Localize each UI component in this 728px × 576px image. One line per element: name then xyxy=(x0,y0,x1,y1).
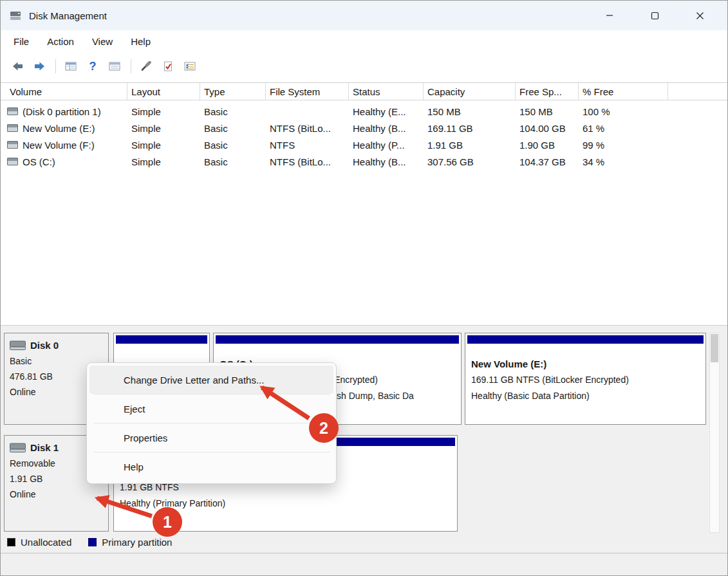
toolbar-separator xyxy=(131,59,131,73)
disk-icon xyxy=(10,340,26,351)
volume-capacity: 307.56 GB xyxy=(424,156,516,167)
volume-icon xyxy=(7,124,18,132)
disk-management-window: Disk Management File Action View Help xyxy=(0,0,728,576)
check-report-button[interactable] xyxy=(158,57,178,75)
legend-item-primary-partition: Primary partition xyxy=(88,537,172,548)
primary-partition-swatch-icon xyxy=(88,538,97,546)
partition-color-bar xyxy=(116,335,207,344)
status-strip xyxy=(1,553,728,576)
volume-free-space: 150 MB xyxy=(516,106,579,117)
minimize-icon xyxy=(606,12,613,19)
unallocated-swatch-icon xyxy=(7,538,15,546)
show-action-pane-button[interactable] xyxy=(104,57,125,75)
minimize-button[interactable] xyxy=(587,1,632,30)
task-list-icon xyxy=(184,61,196,71)
column-header-free-space[interactable]: Free Sp... xyxy=(516,83,579,100)
volume-pct-free: 99 % xyxy=(579,140,668,151)
close-icon xyxy=(696,12,704,20)
window-title: Disk Management xyxy=(29,10,107,21)
show-console-tree-button[interactable] xyxy=(61,57,81,75)
help-icon: ? xyxy=(89,60,97,73)
menu-item-properties[interactable]: Properties xyxy=(87,423,336,452)
volume-type: Basic xyxy=(200,123,266,134)
volume-free-space: 1.90 GB xyxy=(516,140,579,151)
back-icon xyxy=(12,61,24,71)
volume-icon xyxy=(7,107,18,115)
volume-status: Healthy (P... xyxy=(349,140,424,151)
tools-button[interactable] xyxy=(136,57,156,75)
maximize-icon xyxy=(651,12,659,20)
task-list-button[interactable] xyxy=(180,57,200,75)
partition-line2: Healthy (Primary Partition) xyxy=(120,498,225,508)
menu-file[interactable]: File xyxy=(5,30,38,53)
menubar: File Action View Help xyxy=(1,30,727,53)
menu-item-change-drive-letter[interactable]: Change Drive Letter and Paths... xyxy=(89,366,333,394)
volume-free-space: 104.37 GB xyxy=(516,156,579,167)
volume-name: New Volume (F:) xyxy=(23,140,95,151)
column-header-file-system[interactable]: File System xyxy=(266,83,349,100)
partition-line1: 169.11 GB NTFS (BitLocker Encrypted) xyxy=(471,372,700,388)
table-row[interactable]: New Volume (E:) Simple Basic NTFS (BitLo… xyxy=(1,120,728,136)
legend-label: Primary partition xyxy=(102,537,172,548)
console-tree-icon xyxy=(65,61,77,71)
volume-file-system: NTFS xyxy=(266,140,349,151)
action-pane-icon xyxy=(109,61,120,71)
toolbar-separator xyxy=(55,59,56,73)
volume-layout: Simple xyxy=(127,123,200,134)
volume-type: Basic xyxy=(200,156,266,167)
column-header-volume[interactable]: Volume xyxy=(1,83,127,100)
volume-layout: Simple xyxy=(127,106,200,117)
volume-file-system: NTFS (BitLo... xyxy=(266,123,349,134)
column-header-type[interactable]: Type xyxy=(200,83,266,100)
volume-layout: Simple xyxy=(127,140,200,151)
menu-item-eject[interactable]: Eject xyxy=(87,395,336,423)
volume-status: Healthy (E... xyxy=(349,106,424,117)
column-header-capacity[interactable]: Capacity xyxy=(424,83,516,100)
partition-line2: Healthy (Basic Data Partition) xyxy=(471,388,700,404)
back-button[interactable] xyxy=(7,57,28,75)
column-header-filler xyxy=(668,83,728,100)
menu-action[interactable]: Action xyxy=(38,30,83,53)
menu-view[interactable]: View xyxy=(83,30,122,53)
volume-name: New Volume (E:) xyxy=(23,123,95,134)
volume-capacity: 150 MB xyxy=(424,106,516,117)
table-row[interactable]: OS (C:) Simple Basic NTFS (BitLo... Heal… xyxy=(1,153,728,170)
help-button[interactable]: ? xyxy=(82,57,103,75)
volume-icon xyxy=(7,158,18,165)
volume-rows: (Disk 0 partition 1) Simple Basic Health… xyxy=(1,100,728,170)
titlebar: Disk Management xyxy=(1,1,727,30)
legend-item-unallocated: Unallocated xyxy=(7,537,71,548)
volume-status: Healthy (B... xyxy=(349,156,424,167)
disk-name: Disk 0 xyxy=(30,340,59,351)
table-row[interactable]: New Volume (F:) Simple Basic NTFS Health… xyxy=(1,136,728,153)
volume-name: OS (C:) xyxy=(23,156,55,167)
volume-type: Basic xyxy=(200,140,266,151)
maximize-button[interactable] xyxy=(632,1,677,30)
check-document-icon xyxy=(163,61,173,71)
forward-button[interactable] xyxy=(29,57,50,75)
volume-icon xyxy=(7,141,18,149)
close-button[interactable] xyxy=(677,1,722,30)
volume-capacity: 1.91 GB xyxy=(424,140,516,151)
column-header-layout[interactable]: Layout xyxy=(127,83,200,100)
volume-pct-free: 34 % xyxy=(579,156,668,167)
toolbar: ? xyxy=(1,53,727,79)
scrollbar-thumb[interactable] xyxy=(711,334,718,362)
menu-item-help[interactable]: Help xyxy=(87,452,336,481)
volume-file-system: NTFS (BitLo... xyxy=(266,156,349,167)
column-header-status[interactable]: Status xyxy=(349,83,424,100)
volume-pct-free: 100 % xyxy=(579,106,668,117)
vertical-scrollbar[interactable] xyxy=(709,333,720,533)
partition-new-volume-e[interactable]: New Volume (E:) 169.11 GB NTFS (BitLocke… xyxy=(465,333,706,425)
volume-name: (Disk 0 partition 1) xyxy=(23,106,101,117)
volume-list-header: Volume Layout Type File System Status Ca… xyxy=(1,83,728,100)
tools-icon xyxy=(140,61,152,71)
legend-label: Unallocated xyxy=(21,537,71,548)
column-header-pct-free[interactable]: % Free xyxy=(579,83,668,100)
menu-help[interactable]: Help xyxy=(122,30,160,53)
volume-capacity: 169.11 GB xyxy=(424,123,516,134)
forward-icon xyxy=(33,61,46,71)
volume-layout: Simple xyxy=(127,156,200,167)
disk-icon xyxy=(10,443,26,453)
table-row[interactable]: (Disk 0 partition 1) Simple Basic Health… xyxy=(1,103,728,120)
